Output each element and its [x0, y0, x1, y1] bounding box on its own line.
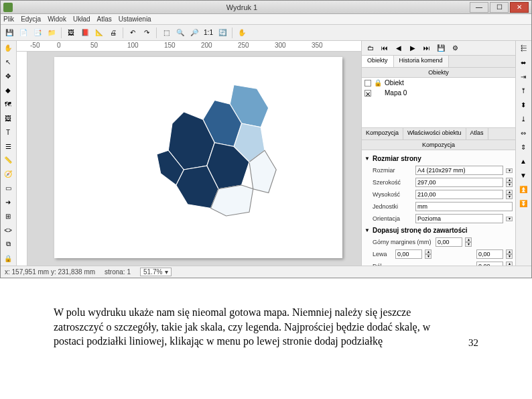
margin-top-spinner[interactable]: ▴▾ [465, 237, 472, 247]
align-left-icon[interactable]: ⬱ [517, 42, 529, 54]
atlas-settings-icon[interactable]: ⚙ [449, 42, 461, 54]
add-scalebar-tool[interactable]: 📏 [2, 154, 14, 166]
horizontal-ruler: -50 0 50 100 150 200 250 300 350 [17, 41, 361, 52]
atlas-export-icon[interactable]: 💾 [435, 42, 447, 54]
objects-header: Obiekty [362, 68, 515, 78]
zoom-actual-icon[interactable]: 1:1 [202, 27, 214, 39]
align-middle-icon[interactable]: ⬍ [517, 99, 529, 111]
add-table-tool[interactable]: ⊞ [2, 211, 14, 223]
width-label: Szerokość [373, 179, 413, 186]
atlas-last-icon[interactable]: ⏭ [421, 42, 433, 54]
lock-tool[interactable]: 🔒 [2, 252, 14, 264]
add-label-tool[interactable]: T [2, 126, 14, 138]
statusbar: x: 157,951 mm y: 231,838 mm strona: 1 51… [1, 266, 531, 278]
list-item[interactable]: ✕ Mapa 0 [362, 88, 515, 98]
orientation-select[interactable] [415, 214, 503, 223]
margin-right-spinner[interactable]: ▴▾ [506, 249, 513, 259]
duplicate-icon[interactable]: 📑 [31, 27, 44, 39]
map-item[interactable] [141, 77, 295, 231]
maximize-button[interactable]: ☐ [490, 2, 509, 13]
close-button[interactable]: ✕ [510, 2, 529, 13]
margin-left-spinner[interactable]: ▴▾ [425, 249, 431, 259]
zoom-dropdown-icon[interactable]: ▾ [165, 268, 168, 276]
raise-icon[interactable]: ▲ [517, 155, 529, 167]
margin-right-input[interactable] [476, 249, 503, 259]
resize-section[interactable]: ▼ Dopasuj stronę do zawartości [364, 225, 513, 236]
tab-objects[interactable]: Obiekty [362, 56, 394, 67]
tab-composition[interactable]: Kompozycja [362, 128, 403, 139]
image-export-icon[interactable]: 🖼 [65, 27, 77, 39]
menu-file[interactable]: Plik [3, 15, 14, 23]
menu-edit[interactable]: Edycja [21, 15, 41, 23]
new-icon[interactable]: 📄 [17, 27, 29, 39]
align-top-icon[interactable]: ⤒ [517, 84, 529, 97]
width-input[interactable] [415, 178, 503, 187]
layout-canvas[interactable]: ⚙ [27, 52, 361, 266]
add-arrow-tool[interactable]: ➜ [2, 196, 14, 209]
menu-layout[interactable]: Układ [73, 15, 90, 23]
height-input[interactable] [415, 190, 503, 199]
menu-settings[interactable]: Ustawienia [119, 15, 151, 23]
visibility-checkbox[interactable] [364, 80, 371, 87]
distribute-v-icon[interactable]: ⇕ [517, 141, 529, 153]
align-center-icon[interactable]: ⬌ [517, 56, 529, 68]
tab-atlas[interactable]: Atlas [466, 128, 488, 139]
atlas-toolbar: 🗀 ⏮ ◀ ▶ ⏭ 💾 ⚙ [362, 41, 515, 56]
add-legend-tool[interactable]: ☰ [2, 140, 14, 152]
width-spinner[interactable]: ▴▾ [506, 178, 513, 187]
redo-icon[interactable]: ↷ [141, 27, 153, 39]
atlas-icon[interactable]: 🗀 [364, 42, 377, 54]
select-tool[interactable]: ↖ [2, 56, 14, 68]
preset-dropdown-icon[interactable]: ▾ [506, 168, 513, 173]
titlebar: Wydruk 1 — ☐ ✕ [1, 1, 531, 14]
add-north-arrow-tool[interactable]: 🧭 [2, 168, 14, 180]
svg-export-icon[interactable]: 📐 [93, 27, 105, 39]
pdf-export-icon[interactable]: 📕 [79, 27, 91, 39]
edit-nodes-tool[interactable]: ◆ [2, 84, 14, 97]
add-image-tool[interactable]: 🖼 [2, 112, 14, 124]
app-window: Wydruk 1 — ☐ ✕ Plik Edycja Widok Układ A… [0, 0, 532, 278]
page-label: strona: 1 [105, 268, 131, 276]
orientation-dropdown-icon[interactable]: ▾ [506, 217, 513, 221]
lower-icon[interactable]: ▼ [517, 169, 529, 181]
open-icon[interactable]: 📁 [46, 27, 58, 39]
print-icon[interactable]: 🖨 [107, 27, 119, 39]
item-visibility-checkbox[interactable]: ✕ [364, 90, 371, 97]
menu-view[interactable]: Widok [48, 15, 66, 23]
add-html-tool[interactable]: <> [2, 224, 14, 236]
save-icon[interactable]: 💾 [3, 27, 15, 39]
undo-icon[interactable]: ↶ [127, 27, 139, 39]
print-page[interactable]: ⚙ [54, 57, 342, 258]
zoom-control[interactable]: 51.7% ▾ [140, 268, 172, 276]
atlas-first-icon[interactable]: ⏮ [379, 42, 391, 54]
pan-icon[interactable]: ✋ [236, 27, 248, 39]
zoom-out-icon[interactable]: 🔎 [188, 27, 200, 39]
units-select[interactable] [415, 202, 513, 211]
to-front-icon[interactable]: ⏫ [517, 183, 529, 195]
atlas-next-icon[interactable]: ▶ [407, 42, 419, 54]
tab-history[interactable]: Historia komend [394, 56, 449, 67]
to-back-icon[interactable]: ⏬ [517, 197, 529, 209]
margin-left-input[interactable] [395, 249, 422, 259]
align-bottom-icon[interactable]: ⤓ [517, 113, 529, 125]
minimize-button[interactable]: — [470, 2, 488, 13]
slide-number: 32 [468, 337, 478, 349]
zoom-full-icon[interactable]: ⬚ [160, 27, 172, 39]
group-tool[interactable]: ⧉ [2, 238, 14, 250]
zoom-in-icon[interactable]: 🔍 [174, 27, 186, 39]
align-right-icon[interactable]: ⇥ [517, 70, 529, 82]
pan-tool[interactable]: ✋ [2, 42, 14, 54]
object-name: Mapa 0 [385, 89, 407, 97]
distribute-h-icon[interactable]: ⇔ [517, 127, 529, 139]
preset-select[interactable] [415, 166, 503, 175]
atlas-prev-icon[interactable]: ◀ [393, 42, 405, 54]
height-spinner[interactable]: ▴▾ [506, 190, 513, 199]
add-map-tool[interactable]: 🗺 [2, 99, 14, 111]
menu-atlas[interactable]: Atlas [97, 15, 112, 23]
refresh-icon[interactable]: 🔄 [216, 27, 228, 39]
tab-item-properties[interactable]: Właściwości obiektu [403, 128, 466, 139]
margin-top-input[interactable] [436, 237, 462, 247]
page-size-section[interactable]: ▼ Rozmiar strony [364, 153, 513, 164]
move-content-tool[interactable]: ✥ [2, 70, 14, 82]
add-shape-tool[interactable]: ▭ [2, 182, 14, 194]
